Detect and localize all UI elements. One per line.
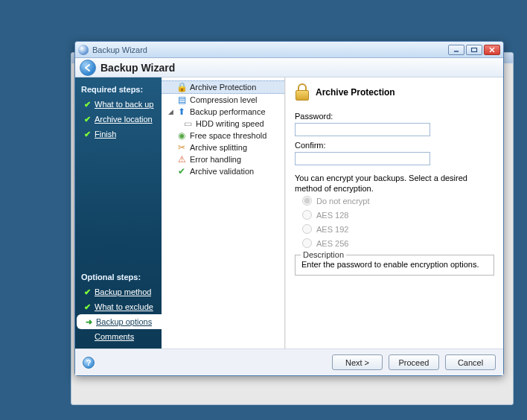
check-icon: ✔ — [83, 301, 92, 313]
titlebar[interactable]: Backup Wizard — [75, 42, 503, 58]
tree-hdd-writing-speed[interactable]: ▭ HDD writing speed — [162, 118, 284, 130]
performance-icon: ⬆ — [176, 106, 187, 117]
radio-input[interactable] — [302, 224, 312, 234]
description-box: Description Enter the password to enable… — [295, 255, 494, 276]
app-icon — [78, 45, 89, 55]
tree-archive-protection[interactable]: 🔒 Archive Protection — [162, 80, 284, 94]
radio-aes-256[interactable]: AES 256 — [295, 236, 494, 250]
step-label: Backup method — [95, 286, 151, 298]
step-archive-location[interactable]: ✔ Archive location — [75, 112, 162, 127]
encryption-hint: You can encrypt your backups. Select a d… — [295, 173, 494, 194]
description-text: Enter the password to enable encryption … — [301, 260, 479, 269]
options-tree: 🔒 Archive Protection ▤ Compression level… — [162, 77, 285, 349]
check-icon: ✔ — [83, 128, 92, 140]
step-label: What to back up — [95, 98, 154, 110]
check-icon: ✔ — [83, 286, 92, 298]
step-backup-method[interactable]: ✔ Backup method — [75, 284, 162, 299]
step-what-to-exclude[interactable]: ✔ What to exclude — [75, 299, 162, 314]
header-bar: Backup Wizard — [75, 58, 503, 77]
step-comments[interactable]: Comments — [75, 329, 162, 344]
tree-label: Archive validation — [190, 167, 254, 176]
hdd-icon: ▭ — [182, 118, 193, 129]
arrow-left-icon — [83, 63, 92, 72]
back-button[interactable] — [80, 60, 96, 76]
radio-label: AES 128 — [316, 211, 348, 220]
radio-do-not-encrypt[interactable]: Do not encrypt — [295, 194, 494, 208]
password-label: Password: — [295, 112, 494, 121]
confirm-label: Confirm: — [295, 141, 494, 150]
validate-icon: ✔ — [176, 166, 187, 176]
optional-steps-heading: Optional steps: — [75, 271, 162, 284]
tree-archive-splitting[interactable]: ✂ Archive splitting — [162, 141, 284, 153]
step-label: Archive location — [95, 113, 153, 125]
panel-title: Archive Protection — [316, 87, 395, 98]
settings-panel: Archive Protection Password: Confirm: Yo… — [285, 77, 503, 349]
cancel-button[interactable]: Cancel — [445, 354, 496, 370]
lock-icon — [295, 83, 311, 101]
disk-icon: ◉ — [176, 130, 187, 141]
wizard-window: Backup Wizard Backup Wizard Required ste… — [74, 41, 504, 376]
compress-icon: ▤ — [176, 95, 187, 105]
error-icon: ⚠ — [176, 154, 187, 165]
radio-input[interactable] — [302, 210, 312, 220]
proceed-button[interactable]: Proceed — [389, 354, 439, 370]
tree-label: Error handling — [190, 155, 241, 164]
tree-archive-validation[interactable]: ✔ Archive validation — [162, 165, 284, 177]
window-title: Backup Wizard — [92, 45, 448, 54]
step-label: What to exclude — [95, 301, 153, 313]
arrow-icon: ➜ — [84, 316, 93, 328]
check-icon: ✔ — [83, 98, 92, 110]
tree-label: Archive Protection — [190, 83, 256, 92]
tree-error-handling[interactable]: ⚠ Error handling — [162, 153, 284, 165]
svg-rect-1 — [472, 48, 477, 51]
password-input[interactable] — [295, 123, 430, 136]
radio-aes-192[interactable]: AES 192 — [295, 222, 494, 236]
collapse-icon[interactable]: ◢ — [167, 108, 173, 115]
step-backup-options[interactable]: ➜ Backup options — [77, 314, 162, 329]
maximize-button[interactable] — [466, 45, 482, 55]
tree-free-space-threshold[interactable]: ◉ Free space threshold — [162, 130, 284, 141]
next-button[interactable]: Next > — [332, 354, 383, 370]
radio-label: Do not encrypt — [316, 197, 370, 206]
header-title: Backup Wizard — [100, 62, 175, 74]
description-legend: Description — [301, 250, 346, 259]
radio-input[interactable] — [302, 196, 312, 206]
step-what-to-back-up[interactable]: ✔ What to back up — [75, 97, 162, 112]
step-label: Backup options — [96, 316, 152, 328]
radio-aes-128[interactable]: AES 128 — [295, 208, 494, 222]
tree-label: Free space threshold — [190, 131, 266, 140]
radio-label: AES 256 — [316, 239, 348, 248]
tree-label: Archive splitting — [190, 143, 247, 152]
help-button[interactable]: ? — [83, 357, 95, 369]
split-icon: ✂ — [176, 142, 187, 153]
check-icon: ✔ — [83, 113, 92, 125]
lock-icon: 🔒 — [176, 82, 187, 92]
steps-sidebar: Required steps: ✔ What to back up ✔ Arch… — [75, 77, 162, 349]
minimize-button[interactable] — [448, 45, 464, 55]
tree-label: HDD writing speed — [196, 119, 264, 128]
confirm-input[interactable] — [295, 152, 430, 165]
tree-backup-performance[interactable]: ◢ ⬆ Backup performance — [162, 106, 284, 118]
radio-label: AES 192 — [316, 225, 348, 234]
tree-compression-level[interactable]: ▤ Compression level — [162, 94, 284, 106]
radio-input[interactable] — [302, 238, 312, 248]
step-finish[interactable]: ✔ Finish — [75, 127, 162, 141]
close-button[interactable] — [484, 45, 500, 55]
step-label: Finish — [95, 128, 116, 140]
step-label: Comments — [95, 331, 134, 343]
tree-label: Backup performance — [190, 107, 266, 116]
footer-bar: ? Next > Proceed Cancel — [75, 349, 503, 375]
required-steps-heading: Required steps: — [75, 83, 162, 97]
tree-label: Compression level — [190, 95, 257, 104]
